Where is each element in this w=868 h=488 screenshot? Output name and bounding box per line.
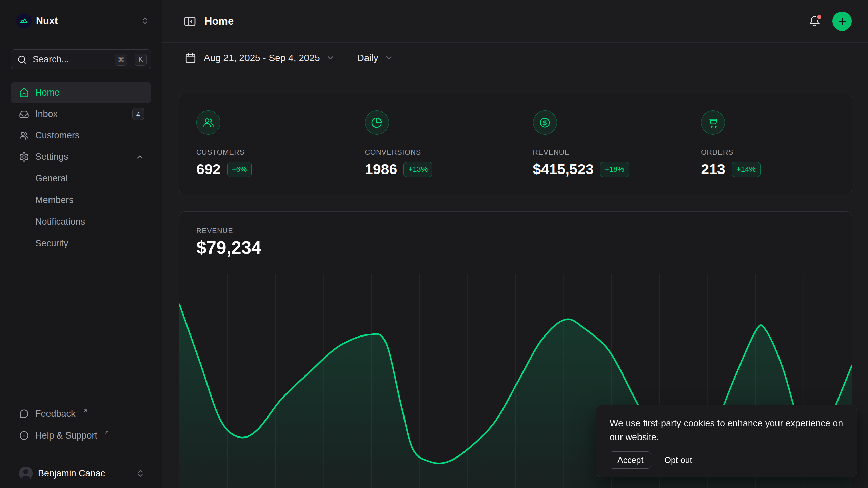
sidebar-item-home[interactable]: Home bbox=[11, 82, 151, 103]
settings-submenu: General Members Notifications Security bbox=[11, 167, 151, 254]
house-icon bbox=[19, 88, 29, 98]
chevron-up-icon bbox=[135, 152, 144, 161]
chevrons-up-down-icon bbox=[136, 469, 147, 478]
kbd-k: K bbox=[135, 54, 147, 66]
stats-row: CUSTOMERS 692 +6% CONVERSIONS 1986 +13% bbox=[179, 93, 852, 195]
circle-dollar-icon bbox=[533, 110, 557, 135]
sidebar-subitem-security[interactable]: Security bbox=[24, 232, 151, 254]
calendar-icon bbox=[184, 52, 197, 64]
kbd-cmd: ⌘ bbox=[115, 54, 127, 66]
chevrons-up-down-icon bbox=[141, 16, 151, 25]
cookie-banner: We use first-party cookies to enhance yo… bbox=[596, 405, 857, 477]
stat-delta-badge: +14% bbox=[732, 162, 761, 177]
sidebar-collapse-button[interactable] bbox=[183, 15, 197, 28]
stat-value: $415,523 bbox=[533, 161, 594, 178]
sidebar-subitem-general[interactable]: General bbox=[24, 167, 151, 189]
gear-icon bbox=[19, 152, 29, 162]
users-icon bbox=[196, 110, 220, 135]
cookie-message: We use first-party cookies to enhance yo… bbox=[610, 416, 843, 444]
sidebar-item-settings[interactable]: Settings bbox=[11, 146, 151, 167]
users-icon bbox=[19, 130, 29, 141]
external-link-arrow-icon bbox=[82, 408, 88, 414]
notification-dot bbox=[816, 14, 823, 20]
date-range-picker[interactable]: Aug 21, 2025 - Sep 4, 2025 bbox=[184, 52, 335, 64]
stat-delta-badge: +18% bbox=[600, 162, 629, 177]
header-actions bbox=[808, 12, 852, 31]
sidebar-subitem-notifications[interactable]: Notifications bbox=[24, 211, 151, 232]
user-menu[interactable]: Benjamin Canac bbox=[11, 459, 151, 488]
workspace-switcher[interactable]: Nuxt bbox=[11, 12, 151, 30]
plus-icon bbox=[837, 16, 847, 26]
chat-bubble-icon bbox=[19, 409, 29, 419]
cookie-actions: Accept Opt out bbox=[610, 451, 843, 469]
stat-card-customers[interactable]: CUSTOMERS 692 +6% bbox=[179, 93, 348, 195]
stat-label: REVENUE bbox=[533, 148, 684, 156]
stat-value: 1986 bbox=[365, 161, 397, 178]
filter-bar: Aug 21, 2025 - Sep 4, 2025 Daily bbox=[162, 43, 868, 73]
stat-card-conversions[interactable]: CONVERSIONS 1986 +13% bbox=[348, 93, 516, 195]
date-range-value: Aug 21, 2025 - Sep 4, 2025 bbox=[204, 53, 320, 63]
info-circle-icon bbox=[19, 430, 29, 441]
sidebar-item-label: Settings bbox=[35, 151, 68, 162]
inbox-icon bbox=[19, 109, 29, 119]
accept-button[interactable]: Accept bbox=[610, 451, 651, 469]
notifications-button[interactable] bbox=[808, 15, 821, 27]
revenue-panel-label: REVENUE bbox=[196, 227, 233, 235]
sidebar-item-label: Inbox bbox=[35, 109, 58, 119]
stat-value: 213 bbox=[701, 161, 725, 178]
inbox-count-badge: 4 bbox=[132, 108, 144, 120]
revenue-panel-value: $79,234 bbox=[196, 237, 261, 258]
stat-label: CUSTOMERS bbox=[196, 148, 348, 156]
feedback-label: Feedback bbox=[35, 409, 76, 419]
sidebar-nav: Home Inbox 4 Customers Settings Gener bbox=[11, 82, 151, 254]
pie-chart-icon bbox=[365, 110, 389, 135]
add-button[interactable] bbox=[832, 12, 852, 31]
sidebar-item-label: Home bbox=[35, 87, 60, 98]
search-placeholder: Search... bbox=[33, 54, 110, 65]
external-link-arrow-icon bbox=[104, 430, 110, 435]
feedback-link[interactable]: Feedback bbox=[11, 406, 151, 421]
stat-value: 692 bbox=[196, 161, 221, 178]
shopping-cart-icon bbox=[701, 110, 725, 135]
page-header: Home bbox=[162, 0, 868, 43]
sidebar: Nuxt Search... ⌘ K Home Inbox 4 bbox=[0, 0, 162, 488]
chevron-down-icon bbox=[384, 53, 393, 62]
granularity-select[interactable]: Daily bbox=[357, 53, 393, 63]
stat-label: CONVERSIONS bbox=[365, 148, 516, 156]
stat-card-orders[interactable]: ORDERS 213 +14% bbox=[684, 93, 852, 195]
granularity-value: Daily bbox=[357, 53, 378, 63]
search-icon bbox=[17, 55, 27, 65]
user-name: Benjamin Canac bbox=[38, 468, 105, 479]
avatar bbox=[19, 467, 33, 480]
stat-delta-badge: +13% bbox=[403, 162, 432, 177]
nuxt-logo bbox=[16, 13, 32, 28]
stat-delta-badge: +6% bbox=[227, 162, 252, 177]
help-support-link[interactable]: Help & Support bbox=[11, 428, 151, 443]
brand-name: Nuxt bbox=[36, 15, 58, 26]
sidebar-item-customers[interactable]: Customers bbox=[11, 125, 151, 146]
sidebar-footer-links: Feedback Help & Support bbox=[11, 406, 151, 451]
sidebar-item-inbox[interactable]: Inbox 4 bbox=[11, 103, 151, 125]
search-input[interactable]: Search... ⌘ K bbox=[11, 49, 151, 69]
opt-out-button[interactable]: Opt out bbox=[664, 455, 692, 465]
sidebar-item-label: Customers bbox=[35, 130, 80, 141]
sidebar-subitem-members[interactable]: Members bbox=[24, 189, 151, 211]
page-title: Home bbox=[204, 15, 234, 27]
chevron-down-icon bbox=[326, 53, 335, 62]
stat-label: ORDERS bbox=[701, 148, 852, 156]
stat-card-revenue[interactable]: REVENUE $415,523 +18% bbox=[516, 93, 684, 195]
help-support-label: Help & Support bbox=[35, 430, 97, 441]
